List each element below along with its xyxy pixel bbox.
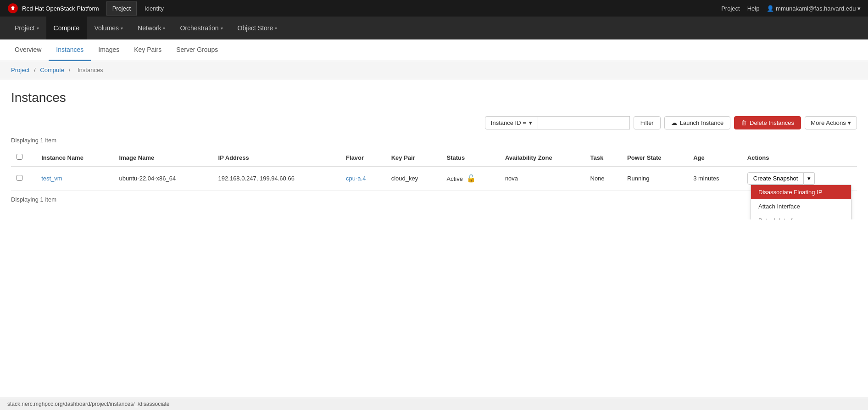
lock-icon: 🔓 [467,174,476,182]
brand: Red Hat OpenStack Platform [7,3,99,14]
tab-server-groups[interactable]: Server Groups [169,39,225,61]
select-all-header [11,149,36,166]
chevron-down-icon: ▾ [221,26,223,31]
tab-images[interactable]: Images [91,39,127,61]
breadcrumb-instances: Instances [78,67,103,73]
col-availability-zone: Availability Zone [500,149,585,166]
sub-nav: Overview Instances Images Key Pairs Serv… [0,39,868,61]
select-all-checkbox[interactable] [17,154,22,160]
age-cell: 3 minutes [688,166,742,191]
col-actions: Actions [742,149,857,166]
col-ip-address: IP Address [213,149,340,166]
col-task: Task [585,149,622,166]
main-nav-project[interactable]: Project ▾ [7,17,46,39]
col-status: Status [441,149,500,166]
instances-table-wrapper: Instance Name Image Name IP Address Flav… [11,149,857,191]
topbar-project-dropdown[interactable]: Project [721,5,740,12]
availability-zone-cell: nova [500,166,585,191]
action-group: Create Snapshot ▾ Disassociate Floating … [747,172,851,185]
main-nav-compute[interactable]: Compute [46,17,87,39]
filter-button[interactable]: Filter [634,116,661,129]
top-bar: Red Hat OpenStack Platform Project Ident… [0,0,868,17]
task-cell: None [585,166,622,191]
toolbar: Instance ID = ▾ Filter ☁ Launch Instance… [11,116,857,129]
col-age: Age [688,149,742,166]
chevron-down-icon: ▾ [37,26,39,31]
topbar-nav-identity[interactable]: Identity [139,1,170,16]
row-checkbox-cell [11,166,36,191]
action-dropdown-menu: Disassociate Floating IP Attach Interfac… [751,185,851,219]
chevron-down-icon: ▾ [529,119,532,126]
menu-item-attach-interface[interactable]: Attach Interface [751,199,851,213]
topbar-user[interactable]: 👤 mmunakami@fas.harvard.edu ▾ [767,5,861,12]
row-checkbox[interactable] [17,175,22,181]
delete-instances-button[interactable]: 🗑 Delete Instances [734,116,801,129]
table-row: test_vm ubuntu-22.04-x86_64 192.168.0.24… [11,166,857,191]
trash-icon: 🗑 [741,119,747,126]
main-nav-object-store[interactable]: Object Store ▾ [230,17,285,39]
display-count-bottom: Displaying 1 item [11,196,857,203]
launch-instance-button[interactable]: ☁ Launch Instance [664,116,730,129]
page-title: Instances [11,90,857,105]
power-state-cell: Running [622,166,688,191]
chevron-down-icon: ▾ [807,175,811,182]
image-name-cell: ubuntu-22.04-x86_64 [114,166,213,191]
main-nav-volumes[interactable]: Volumes ▾ [87,17,130,39]
col-image-name: Image Name [114,149,213,166]
menu-item-disassociate-floating-ip[interactable]: Disassociate Floating IP [751,185,851,199]
redhat-logo [7,3,18,14]
main-nav: Project ▾ Compute Volumes ▾ Network ▾ Or… [0,17,868,39]
col-key-pair: Key Pair [386,149,441,166]
flavor-cell: cpu-a.4 [340,166,386,191]
chevron-down-icon: ▾ [121,26,123,31]
main-nav-orchestration[interactable]: Orchestration ▾ [172,17,230,39]
flavor-link[interactable]: cpu-a.4 [346,175,366,182]
filter-group: Instance ID = ▾ [485,116,630,129]
more-actions-button[interactable]: More Actions ▾ [805,116,857,129]
tab-overview[interactable]: Overview [7,39,49,61]
status-badge: Active [447,175,463,182]
upload-icon: ☁ [671,119,677,126]
topbar-nav: Project Identity [106,1,170,16]
main-nav-network[interactable]: Network ▾ [130,17,172,39]
col-flavor: Flavor [340,149,386,166]
topbar-nav-project[interactable]: Project [106,1,137,16]
actions-cell: Create Snapshot ▾ Disassociate Floating … [742,166,857,191]
breadcrumb: Project / Compute / Instances [0,61,868,79]
topbar-right: Project Help 👤 mmunakami@fas.harvard.edu… [721,5,861,12]
chevron-down-icon: ▾ [848,119,851,126]
chevron-down-icon: ▾ [275,26,277,31]
key-pair-cell: cloud_key [386,166,441,191]
page-content: Instances Instance ID = ▾ Filter ☁ Launc… [0,79,868,219]
action-dropdown-toggle[interactable]: ▾ [804,172,815,185]
instance-name-link[interactable]: test_vm [41,175,62,182]
col-power-state: Power State [622,149,688,166]
status-cell: Active 🔓 [441,166,500,191]
topbar-help[interactable]: Help [747,5,760,12]
tab-instances[interactable]: Instances [49,39,91,61]
instances-table: Instance Name Image Name IP Address Flav… [11,149,857,191]
create-snapshot-button[interactable]: Create Snapshot [747,172,804,185]
chevron-down-icon: ▾ [163,26,165,31]
filter-type-select[interactable]: Instance ID = ▾ [485,116,538,129]
brand-text: Red Hat OpenStack Platform [22,5,99,12]
display-count-top: Displaying 1 item [11,137,857,144]
breadcrumb-compute[interactable]: Compute [40,67,64,73]
ip-address-cell: 192.168.0.247, 199.94.60.66 [213,166,340,191]
col-instance-name: Instance Name [36,149,113,166]
menu-item-detach-interface[interactable]: Detach Interface [751,213,851,219]
search-input[interactable] [538,116,630,129]
breadcrumb-project[interactable]: Project [11,67,29,73]
instance-name-cell: test_vm [36,166,113,191]
tab-key-pairs[interactable]: Key Pairs [127,39,169,61]
